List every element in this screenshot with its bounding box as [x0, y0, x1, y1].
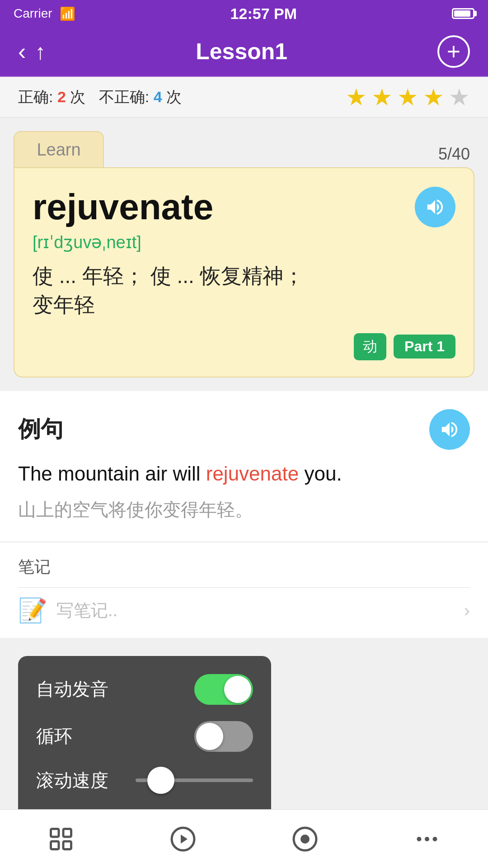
loop-knob [196, 723, 223, 750]
notes-input-row[interactable]: 📝 写笔记.. › [18, 587, 470, 624]
play-button[interactable] [160, 816, 206, 862]
star-3[interactable]: ★ [397, 84, 418, 111]
settings-button[interactable] [38, 816, 84, 862]
star-2[interactable]: ★ [371, 84, 393, 111]
speed-label: 滚动速度 [36, 768, 108, 793]
main-word: rejuvenate [33, 186, 213, 228]
more-button[interactable] [404, 816, 450, 862]
wrong-count: 4 [154, 88, 162, 105]
wrong-label: 不正确: [99, 88, 149, 105]
speed-slider[interactable] [136, 778, 253, 782]
speaker-icon [425, 197, 446, 217]
star-4[interactable]: ★ [423, 84, 444, 111]
svg-rect-3 [63, 841, 71, 849]
speed-row: 滚动速度 [36, 768, 253, 793]
bottom-toolbar [0, 809, 488, 868]
play-icon [169, 826, 197, 853]
svg-rect-0 [51, 829, 59, 837]
word-audio-button[interactable] [415, 187, 455, 227]
status-time: 12:57 PM [230, 5, 297, 23]
svg-point-8 [417, 837, 422, 841]
notes-placeholder[interactable]: 写笔记.. [56, 599, 455, 622]
auto-play-row: 自动发音 [36, 674, 253, 705]
notes-label: 笔记 [18, 556, 470, 578]
plus-icon: + [447, 38, 460, 65]
card-progress: 5/40 [438, 145, 470, 164]
notes-section: 笔记 📝 写笔记.. › [0, 542, 488, 638]
settings-icon [47, 826, 75, 853]
slider-track [136, 778, 253, 782]
star-rating[interactable]: ★ ★ ★ ★ ★ [346, 84, 470, 111]
stats-text: 正确: 2 次 不正确: 4 次 [18, 87, 182, 108]
svg-marker-5 [181, 835, 188, 844]
svg-rect-1 [63, 829, 71, 837]
record-icon [291, 826, 319, 853]
star-1[interactable]: ★ [346, 84, 367, 111]
svg-point-9 [425, 837, 429, 841]
battery-icon [452, 8, 474, 19]
learn-card-container: Learn 5/40 rejuvenate [rɪˈdʒuvəˌneɪt] [0, 118, 488, 377]
nav-bar: ‹ ↑ Lesson1 + [0, 27, 488, 77]
example-speaker-icon [439, 419, 460, 440]
example-header: 例句 [18, 409, 470, 450]
more-icon [413, 826, 441, 853]
example-section: 例句 The mountain air will rejuvenate you.… [0, 391, 488, 541]
auto-play-label: 自动发音 [36, 677, 108, 702]
correct-unit: 次 [70, 88, 85, 105]
loop-toggle[interactable] [194, 721, 253, 752]
wrong-unit: 次 [166, 88, 182, 105]
example-sentence-zh: 山上的空气将使你变得年轻。 [18, 496, 470, 523]
main-content: Learn 5/40 rejuvenate [rɪˈdʒuvəˌneɪt] [0, 118, 488, 868]
svg-point-10 [433, 837, 437, 841]
notes-icon: 📝 [18, 597, 47, 624]
example-pre: The mountain air will [18, 462, 206, 485]
badge-part: Part 1 [394, 335, 455, 359]
nav-title: Lesson1 [196, 38, 287, 65]
nav-back-area[interactable]: ‹ ↑ [18, 38, 46, 65]
slider-thumb[interactable] [147, 767, 174, 794]
chinese-definition: 使 ... 年轻； 使 ... 恢复精神；变年轻 [33, 261, 455, 320]
example-sentence-en: The mountain air will rejuvenate you. [18, 459, 470, 489]
back-chevron-icon[interactable]: ‹ [18, 38, 26, 65]
add-button[interactable]: + [437, 35, 470, 68]
example-highlight: rejuvenate [206, 462, 299, 485]
correct-label: 正确: [18, 88, 53, 105]
wifi-icon: 📶 [60, 6, 75, 21]
learn-tab-label: Learn [37, 140, 80, 160]
example-title: 例句 [18, 414, 63, 444]
card-footer: 动 Part 1 [33, 333, 455, 360]
status-bar: Carrier 📶 12:57 PM [0, 0, 488, 27]
svg-point-7 [300, 835, 310, 844]
record-button[interactable] [282, 816, 328, 862]
learn-tab[interactable]: Learn [14, 131, 104, 167]
up-arrow-icon[interactable]: ↑ [35, 39, 46, 64]
loop-label: 循环 [36, 724, 72, 749]
status-left: Carrier 📶 [14, 6, 75, 21]
svg-rect-2 [51, 841, 59, 849]
loop-row: 循环 [36, 721, 253, 752]
correct-count: 2 [57, 88, 66, 105]
stats-bar: 正确: 2 次 不正确: 4 次 ★ ★ ★ ★ ★ [0, 77, 488, 118]
example-audio-button[interactable] [429, 409, 470, 450]
auto-play-toggle[interactable] [194, 674, 253, 705]
auto-play-knob [224, 676, 251, 703]
notes-arrow-icon: › [464, 600, 470, 621]
star-5[interactable]: ★ [449, 84, 470, 111]
example-post: you. [299, 462, 342, 485]
carrier-label: Carrier [14, 6, 52, 21]
learn-card: rejuvenate [rɪˈdʒuvəˌneɪt] 使 ... 年轻； 使 .… [14, 167, 474, 377]
badge-dong: 动 [354, 333, 386, 360]
word-row: rejuvenate [33, 186, 455, 228]
pronunciation: [rɪˈdʒuvəˌneɪt] [33, 232, 455, 252]
